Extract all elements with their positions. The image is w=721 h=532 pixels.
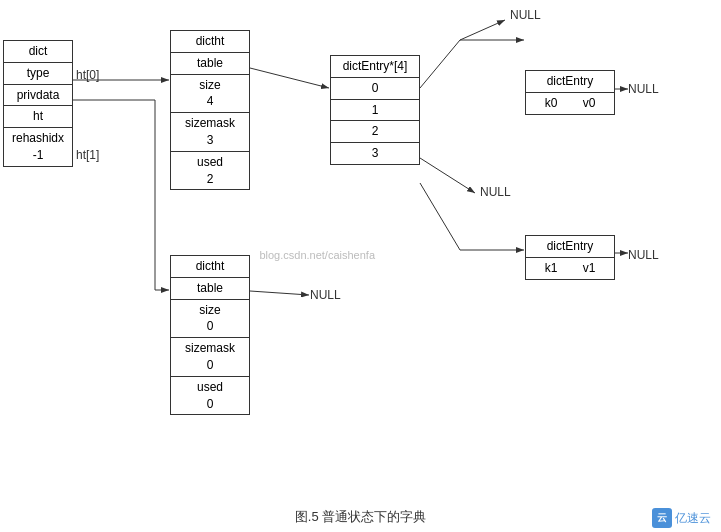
diagram: dict type privdata ht rehashidx-1 ht[0] … bbox=[0, 0, 721, 490]
dict-entry2-v: v1 bbox=[583, 260, 596, 277]
dict-entry1-k: k0 bbox=[545, 95, 558, 112]
null-middle: NULL bbox=[480, 185, 511, 199]
dict-cell-type: type bbox=[4, 63, 72, 85]
svg-line-9 bbox=[420, 183, 460, 250]
svg-line-6 bbox=[420, 40, 460, 88]
dictht1-used: used2 bbox=[171, 152, 249, 190]
dict-entry-array-0: 0 bbox=[331, 78, 419, 100]
logo-text: 亿速云 bbox=[675, 510, 711, 527]
dict-entry2-k: k1 bbox=[545, 260, 558, 277]
null-table2: NULL bbox=[310, 288, 341, 302]
dict-entry2-header: dictEntry bbox=[526, 236, 614, 258]
dict-entry-array-1: 1 bbox=[331, 100, 419, 122]
dictht1-size: size4 bbox=[171, 75, 249, 114]
dict-cell-privdata: privdata bbox=[4, 85, 72, 107]
dictht2-sizemask: sizemask0 bbox=[171, 338, 249, 377]
dictht1-header: dictht bbox=[171, 31, 249, 53]
dictht2-used: used0 bbox=[171, 377, 249, 415]
dictht1-table: table bbox=[171, 53, 249, 75]
dict-entry1-v: v0 bbox=[583, 95, 596, 112]
dict-entry-array-2: 2 bbox=[331, 121, 419, 143]
svg-line-11 bbox=[420, 158, 475, 193]
dict-entry2-kv: k1 v1 bbox=[526, 258, 614, 279]
dict-entry1-kv: k0 v0 bbox=[526, 93, 614, 114]
svg-line-8 bbox=[460, 20, 505, 40]
dict-entry-array-box: dictEntry*[4] 0 1 2 3 bbox=[330, 55, 420, 165]
dict-entry-array-header: dictEntry*[4] bbox=[331, 56, 419, 78]
ht1-label: ht[1] bbox=[76, 148, 99, 162]
dictht2-size: size0 bbox=[171, 300, 249, 339]
dict-cell-dict: dict bbox=[4, 41, 72, 63]
dict-entry2-box: dictEntry k1 v1 bbox=[525, 235, 615, 280]
dict-entry1-box: dictEntry k0 v0 bbox=[525, 70, 615, 115]
ht0-label: ht[0] bbox=[76, 68, 99, 82]
dict-entry-array-3: 3 bbox=[331, 143, 419, 164]
logo-icon: 云 bbox=[652, 508, 672, 528]
dict-entry1-header: dictEntry bbox=[526, 71, 614, 93]
dictht1-sizemask: sizemask3 bbox=[171, 113, 249, 152]
figure-label: 图.5 普通状态下的字典 bbox=[295, 508, 426, 526]
dict-box: dict type privdata ht rehashidx-1 bbox=[3, 40, 73, 167]
svg-line-14 bbox=[250, 291, 309, 295]
footer: 图.5 普通状态下的字典 bbox=[0, 508, 721, 526]
dict-cell-rehashidx: rehashidx-1 bbox=[4, 128, 72, 166]
null-top: NULL bbox=[510, 8, 541, 22]
logo: 云 亿速云 bbox=[652, 508, 711, 528]
watermark: blog.csdn.net/caishenfa bbox=[259, 249, 375, 261]
null-entry1: NULL bbox=[628, 82, 659, 96]
svg-line-5 bbox=[250, 68, 329, 88]
dictht2-header: dictht bbox=[171, 256, 249, 278]
null-entry2: NULL bbox=[628, 248, 659, 262]
dictht1-box: dictht table size4 sizemask3 used2 bbox=[170, 30, 250, 190]
dictht2-table: table bbox=[171, 278, 249, 300]
dictht2-box: dictht table size0 sizemask0 used0 bbox=[170, 255, 250, 415]
dict-cell-ht: ht bbox=[4, 106, 72, 128]
